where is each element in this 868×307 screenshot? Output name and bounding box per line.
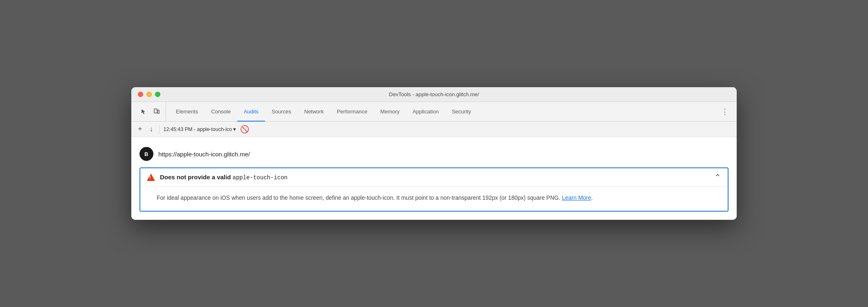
tab-memory[interactable]: Memory xyxy=(374,102,406,122)
tabs-list: Elements Console Audits Sources Network … xyxy=(169,102,716,121)
toolbar-row: + ↓ 12:45:43 PM - apple-touch-ico ▾ 🚫 xyxy=(131,122,737,137)
tab-performance[interactable]: Performance xyxy=(330,102,373,122)
audit-item: Does not provide a valid apple-touch-ico… xyxy=(139,167,729,211)
window-title: DevTools - apple-touch-icon.glitch.me/ xyxy=(389,91,479,97)
svg-rect-0 xyxy=(154,109,157,113)
dropdown-chevron-icon: ▾ xyxy=(233,126,236,132)
timestamp-dropdown[interactable]: 12:45:43 PM - apple-touch-ico ▾ xyxy=(164,126,236,132)
site-icon: B xyxy=(139,147,153,161)
tab-audits[interactable]: Audits xyxy=(237,102,265,122)
url-bar: B https://apple-touch-icon.glitch.me/ xyxy=(139,144,729,166)
more-tabs-button[interactable]: ⋮ xyxy=(716,102,733,121)
svg-rect-1 xyxy=(157,110,159,113)
device-toggle-button[interactable] xyxy=(151,106,162,117)
minimize-button[interactable] xyxy=(146,92,152,97)
toolbar-icons xyxy=(135,102,166,121)
inspect-element-button[interactable] xyxy=(138,106,149,117)
tab-application[interactable]: Application xyxy=(406,102,445,122)
close-button[interactable] xyxy=(138,92,143,97)
url-text: https://apple-touch-icon.glitch.me/ xyxy=(158,151,250,158)
main-content: B https://apple-touch-icon.glitch.me/ Do… xyxy=(131,137,737,219)
audit-section: Does not provide a valid apple-touch-ico… xyxy=(139,166,729,213)
audit-header-left: Does not provide a valid apple-touch-ico… xyxy=(147,174,288,181)
warning-triangle-icon xyxy=(147,174,155,181)
tab-console[interactable]: Console xyxy=(205,102,237,122)
tab-elements[interactable]: Elements xyxy=(169,102,205,122)
audit-header[interactable]: Does not provide a valid apple-touch-ico… xyxy=(140,168,728,186)
download-button[interactable]: ↓ xyxy=(148,123,155,135)
devtools-tabs-bar: Elements Console Audits Sources Network … xyxy=(131,102,737,122)
tab-network[interactable]: Network xyxy=(298,102,331,122)
toolbar-divider xyxy=(159,125,160,133)
devtools-window: DevTools - apple-touch-icon.glitch.me/ E… xyxy=(131,87,737,219)
maximize-button[interactable] xyxy=(155,92,160,97)
tab-sources[interactable]: Sources xyxy=(265,102,298,122)
title-bar: DevTools - apple-touch-icon.glitch.me/ xyxy=(131,87,737,102)
no-entry-icon[interactable]: 🚫 xyxy=(240,125,249,134)
add-button[interactable]: + xyxy=(136,123,144,135)
audit-body: For ideal appearance on iOS when users a… xyxy=(140,186,728,210)
audit-title: Does not provide a valid apple-touch-ico… xyxy=(160,174,288,181)
timestamp-display: 12:45:43 PM - apple-touch-ico ▾ xyxy=(164,126,236,132)
svg-text:B: B xyxy=(144,151,148,157)
traffic-lights xyxy=(138,92,160,97)
chevron-up-icon: ⌃ xyxy=(714,173,721,181)
learn-more-link[interactable]: Learn More xyxy=(562,194,591,201)
tab-security[interactable]: Security xyxy=(445,102,477,122)
